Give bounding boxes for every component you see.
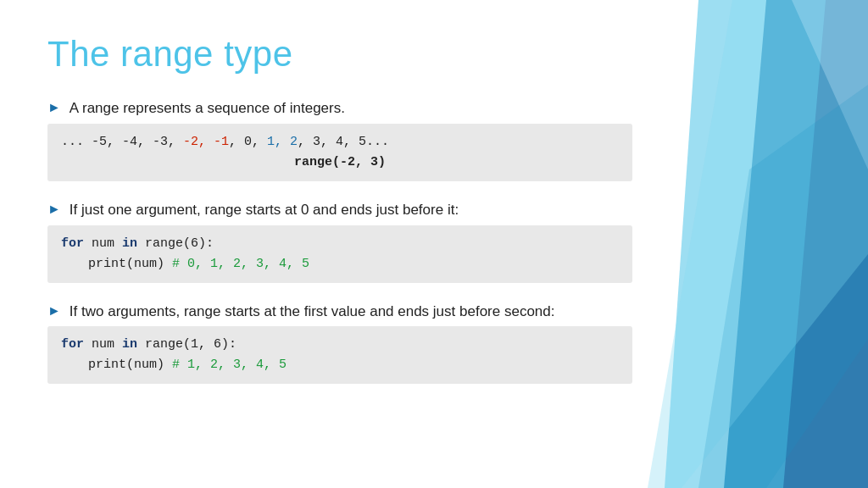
slide-title: The range type — [47, 34, 821, 75]
slide-content: The range type ► A range represents a se… — [0, 0, 868, 428]
bullet-row-1: ► A range represents a sequence of integ… — [47, 98, 821, 119]
code-block-3: for num in range(1, 6): print(num) # 1, … — [47, 326, 632, 384]
bullet-text-1: A range represents a sequence of integer… — [70, 98, 345, 119]
bullet-section-1: ► A range represents a sequence of integ… — [47, 98, 821, 181]
code-block-1: ... -5, -4, -3, -2, -1, 0, 1, 2, 3, 4, 5… — [47, 124, 632, 181]
bullet-arrow-3: ► — [47, 303, 61, 319]
code-block-2: for num in range(6): print(num) # 0, 1, … — [47, 225, 632, 283]
bullet-arrow-1: ► — [47, 100, 61, 115]
bullet-arrow-2: ► — [47, 202, 61, 217]
bullet-row-3: ► If two arguments, range starts at the … — [47, 302, 821, 322]
bullet-section-3: ► If two arguments, range starts at the … — [47, 302, 821, 385]
bullet-section-2: ► If just one argument, range starts at … — [47, 200, 821, 283]
bullet-text-2: If just one argument, range starts at 0 … — [70, 200, 459, 220]
bullet-text-3: If two arguments, range starts at the fi… — [70, 302, 555, 322]
bullet-row-2: ► If just one argument, range starts at … — [47, 200, 821, 220]
